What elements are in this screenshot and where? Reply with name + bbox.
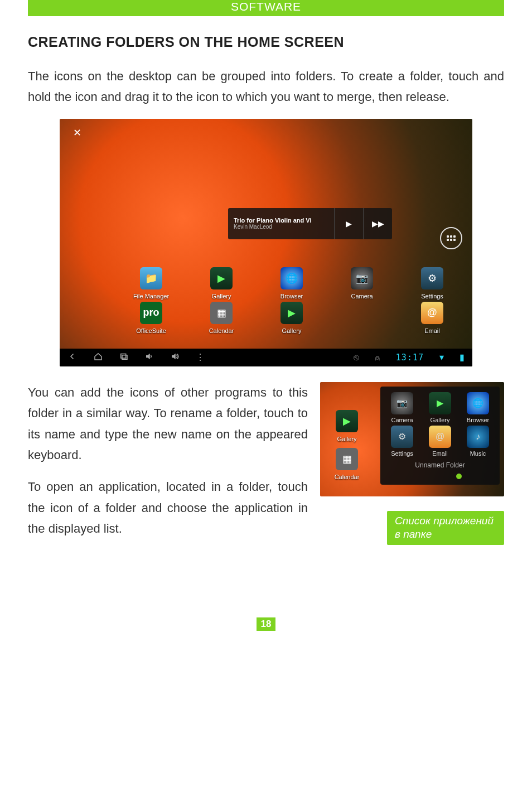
app-label: Calendar	[199, 327, 244, 334]
app-icon-gallery[interactable]: ▶Gallery	[199, 267, 244, 300]
svg-rect-0	[121, 354, 126, 358]
app-glyph-icon: ▶	[210, 267, 233, 289]
volume-up-icon[interactable]	[170, 351, 180, 364]
app-icon-gallery[interactable]: ▶Gallery	[269, 302, 314, 334]
folder-popup[interactable]: 📷Camera▶Gallery🌐Browser⚙Settings@Email♪M…	[380, 387, 500, 485]
app-icon-officesuite[interactable]: proOfficeSuite	[129, 302, 173, 334]
app-glyph-icon: ▶	[336, 410, 358, 432]
app-icon-gallery[interactable]: ▶Gallery	[325, 410, 369, 442]
app-glyph-icon: 📷	[391, 392, 413, 414]
app-label: OfficeSuite	[129, 327, 173, 334]
app-label: Calendar	[325, 474, 369, 480]
home-icons-column: ▶Gallery▦Calendar	[325, 410, 369, 480]
app-label: Settings	[384, 450, 420, 457]
app-row-2: proOfficeSuite▦Calendar▶Gallery@Email➤Di…	[129, 302, 472, 334]
app-label: Settings	[410, 293, 454, 300]
app-icon-email[interactable]: @Email	[422, 426, 458, 457]
folder-grid: 📷Camera▶Gallery🌐Browser⚙Settings@Email♪M…	[384, 392, 496, 457]
paragraph-3: To open an application, located in a fol…	[28, 476, 308, 539]
app-glyph-icon: pro	[140, 302, 162, 324]
app-label: Gallery	[422, 417, 458, 423]
app-label: Gallery	[325, 436, 369, 442]
header-bar: SOFTWARE	[28, 0, 504, 16]
back-icon[interactable]	[67, 351, 78, 364]
svg-rect-1	[122, 355, 127, 360]
wifi-icon: ▾	[439, 352, 444, 363]
app-glyph-icon: ▦	[210, 302, 233, 324]
all-apps-button[interactable]	[440, 227, 462, 249]
app-icon-file-manager[interactable]: 📁File Manager	[129, 267, 173, 300]
callout-dot	[456, 474, 462, 479]
app-label: Music	[460, 450, 496, 457]
paragraph-1: The icons on the desktop can be grouped …	[28, 66, 504, 108]
status-time: 13:17	[396, 353, 424, 363]
music-widget[interactable]: Trio for Piano Violin and Vi Kevin MacLe…	[228, 208, 392, 239]
volume-down-icon[interactable]	[144, 351, 154, 364]
section-title: CREATING FOLDERS ON THE HOME SCREEN	[28, 34, 504, 50]
app-glyph-icon: ▦	[336, 448, 358, 470]
app-glyph-icon: 📁	[140, 267, 162, 289]
app-glyph-icon: ⚙	[391, 426, 413, 448]
close-icon[interactable]: ✕	[73, 127, 81, 139]
app-icon-calendar[interactable]: ▦Calendar	[325, 448, 369, 480]
app-row-1: 📁File Manager▶Gallery🌐Browser📷Camera⚙Set…	[129, 267, 472, 300]
play-button[interactable]: ▶	[334, 208, 363, 239]
app-glyph-icon: ⚙	[421, 267, 443, 289]
app-glyph-icon: 📷	[351, 267, 373, 289]
app-label: Camera	[340, 293, 384, 300]
folder-screenshot: ▶Gallery▦Calendar 📷Camera▶Gallery🌐Browse…	[320, 382, 504, 496]
app-glyph-icon: 🌐	[280, 267, 303, 289]
app-glyph-icon: @	[421, 302, 443, 324]
app-label: Email	[422, 450, 458, 457]
app-label: Gallery	[199, 293, 244, 300]
app-glyph-icon: ♪	[467, 426, 489, 448]
app-glyph-icon: 🌐	[467, 392, 489, 414]
callout-label: Список прило­жений в папке	[387, 511, 504, 545]
android-debug-icon: ⍝	[375, 353, 380, 363]
app-glyph-icon: @	[429, 426, 451, 448]
app-icon-browser[interactable]: 🌐Browser	[269, 267, 314, 300]
app-icon-settings[interactable]: ⚙Settings	[384, 426, 420, 457]
app-icon-camera[interactable]: 📷Camera	[384, 392, 420, 423]
android-home-screenshot: ✕ Trio for Piano Violin and Vi Kevin Mac…	[60, 119, 472, 366]
recent-icon[interactable]	[119, 351, 129, 364]
folder-title[interactable]: Unnamed Folder	[384, 461, 496, 469]
app-icon-gallery[interactable]: ▶Gallery	[422, 392, 458, 423]
paragraph-2: You can add the icons of other pro­grams…	[28, 382, 308, 466]
app-label: File Manager	[129, 293, 173, 300]
app-icon-music[interactable]: ♪Music	[460, 426, 496, 457]
music-artist: Kevin MacLeod	[234, 224, 328, 230]
home-icon[interactable]	[93, 351, 103, 364]
system-navbar: ⋮ ⎋ ⍝ 13:17 ▾ ▮	[60, 349, 472, 366]
app-label: Browser	[460, 417, 496, 423]
page-number: 18	[257, 617, 275, 631]
app-icon-settings[interactable]: ⚙Settings	[410, 267, 454, 300]
app-glyph-icon: ▶	[280, 302, 303, 324]
app-label: Browser	[269, 293, 314, 300]
apps-grid-icon	[447, 235, 456, 241]
music-track-title: Trio for Piano Violin and Vi	[234, 217, 328, 224]
app-icon-camera[interactable]: 📷Camera	[340, 267, 384, 300]
app-glyph-icon: ▶	[429, 392, 451, 414]
battery-icon: ▮	[460, 352, 465, 363]
menu-dots-icon[interactable]: ⋮	[196, 352, 205, 363]
app-label: Gallery	[269, 327, 314, 334]
usb-icon: ⎋	[354, 353, 359, 363]
app-label: Email	[410, 327, 454, 334]
app-icon-calendar[interactable]: ▦Calendar	[199, 302, 244, 334]
header-label: SOFTWARE	[231, 0, 301, 13]
app-label: Camera	[384, 417, 420, 423]
app-icon-browser[interactable]: 🌐Browser	[460, 392, 496, 423]
app-icon-email[interactable]: @Email	[410, 302, 454, 334]
music-info: Trio for Piano Violin and Vi Kevin MacLe…	[228, 213, 334, 234]
next-button[interactable]: ▶▶	[363, 208, 392, 239]
